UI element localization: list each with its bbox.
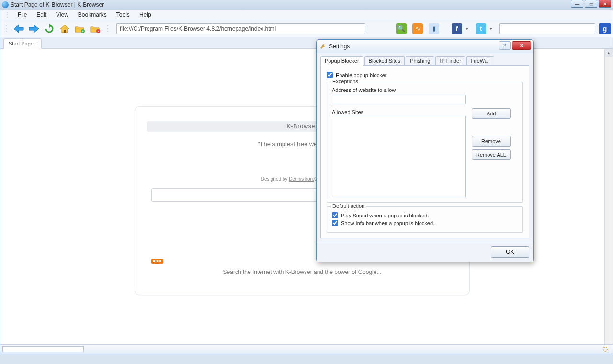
tab-start-page[interactable]: Start Page..: [3, 38, 42, 49]
tab-blocked-sites[interactable]: Blocked Sites: [364, 56, 405, 65]
show-infobar-input[interactable]: [332, 220, 338, 226]
allowed-sites-listbox[interactable]: [332, 116, 466, 197]
enable-popup-blocker-checkbox[interactable]: Enable popup blocker: [327, 72, 523, 78]
svg-rect-4: [64, 30, 66, 33]
bookmark-button[interactable]: ▮: [429, 23, 439, 34]
tab-firewall[interactable]: FireWall: [466, 56, 494, 65]
folder-open-icon: +: [74, 24, 86, 34]
reload-icon: [45, 24, 54, 34]
menu-file[interactable]: File: [13, 11, 32, 19]
back-button[interactable]: [12, 22, 25, 35]
tab-popup-blocker[interactable]: Popup Blocker: [320, 56, 363, 66]
arrow-left-icon: [13, 24, 24, 34]
svg-marker-1: [29, 25, 39, 33]
dialog-footer: OK: [317, 242, 533, 262]
settings-dialog: Settings ? ✕ Popup Blocker Blocked Sites…: [316, 39, 534, 262]
dialog-titlebar[interactable]: Settings ? ✕: [317, 40, 533, 53]
folder-delete-icon: ×: [90, 24, 101, 34]
address-label: Address of website to allow: [332, 87, 518, 93]
window-titlebar: Start Page of K-Browser | K-Browser — ▭ …: [0, 0, 613, 10]
enable-popup-blocker-input[interactable]: [327, 72, 333, 78]
page-footer-text: Search the Internet with K-Browser and t…: [147, 269, 458, 275]
reload-button[interactable]: [43, 22, 56, 35]
arrow-right-icon: [28, 24, 40, 34]
rss-icon: ∿: [415, 25, 420, 32]
progress-bar: [2, 346, 84, 352]
address-bar[interactable]: file:///C:/Program Files/K-Browser 4.8.2…: [116, 23, 365, 34]
magnifier-icon: 🔍: [397, 25, 405, 32]
google-search-button[interactable]: g: [599, 23, 611, 34]
menu-edit[interactable]: Edit: [32, 11, 51, 19]
remove-all-button[interactable]: Remove ALL: [472, 149, 511, 160]
dialog-title: Settings: [329, 43, 350, 50]
search-input[interactable]: [499, 23, 595, 34]
svg-marker-2: [49, 24, 51, 28]
address-text: file:///C:/Program Files/K-Browser 4.8.2…: [120, 25, 276, 32]
play-sound-checkbox[interactable]: Play Sound when a popup is blocked.: [332, 212, 518, 218]
twitter-dropdown[interactable]: ▾: [490, 26, 495, 31]
home-button[interactable]: [58, 22, 71, 35]
exceptions-group: Exceptions Address of website to allow A…: [327, 82, 523, 203]
svg-text:×: ×: [97, 30, 99, 33]
rss-badge[interactable]: RSS: [151, 259, 163, 264]
delete-folder-button[interactable]: ×: [89, 22, 102, 35]
menu-help[interactable]: Help: [135, 11, 156, 19]
designer-link[interactable]: Dennis kon.: [289, 176, 314, 182]
tab-phishing[interactable]: Phishing: [406, 56, 434, 65]
rss-button[interactable]: ∿: [412, 23, 423, 34]
open-folder-button[interactable]: +: [73, 22, 87, 35]
twitter-icon: t: [480, 25, 482, 32]
home-icon: [59, 24, 70, 34]
app-icon: [2, 1, 9, 8]
scroll-up-icon[interactable]: ▲: [605, 49, 613, 57]
default-action-group: Default action Play Sound when a popup i…: [327, 206, 523, 233]
toolbar: ⋮ + × ⋮ file:///C:/Program Files/K-Brows…: [0, 20, 613, 37]
twitter-button[interactable]: t: [476, 23, 486, 34]
maximize-button[interactable]: ▭: [585, 0, 597, 8]
search-button[interactable]: 🔍: [396, 23, 407, 34]
dialog-close-button[interactable]: ✕: [512, 41, 531, 50]
remove-button[interactable]: Remove: [472, 136, 511, 147]
default-action-legend: Default action: [331, 203, 366, 209]
menu-view[interactable]: View: [51, 11, 73, 19]
forward-button[interactable]: [27, 22, 41, 35]
statusbar: 🛡: [0, 344, 613, 354]
wrench-icon: [319, 43, 326, 50]
menu-bookmarks[interactable]: Bookmarks: [73, 11, 112, 19]
svg-text:+: +: [82, 30, 84, 33]
shield-icon: 🛡: [602, 346, 609, 353]
svg-marker-0: [14, 25, 23, 33]
tab-ip-finder[interactable]: IP Finder: [435, 56, 465, 65]
dialog-help-button[interactable]: ?: [499, 41, 511, 50]
tab-label: Start Page..: [9, 41, 36, 46]
window-close-button[interactable]: ✕: [599, 0, 611, 8]
google-icon: g: [603, 25, 607, 33]
bookmark-icon: ▮: [432, 25, 436, 32]
facebook-button[interactable]: f: [452, 23, 462, 34]
minimize-button[interactable]: —: [571, 0, 583, 8]
facebook-icon: f: [456, 25, 458, 32]
menubar: ⋮ File Edit View Bookmarks Tools Help: [0, 10, 613, 20]
add-button[interactable]: Add: [472, 108, 511, 119]
show-infobar-checkbox[interactable]: Show Info bar when a popup is blocked.: [332, 220, 518, 226]
exceptions-legend: Exceptions: [331, 79, 360, 84]
facebook-dropdown[interactable]: ▾: [466, 26, 471, 31]
window-title: Start Page of K-Browser | K-Browser: [11, 1, 104, 8]
allowed-sites-label: Allowed Sites: [332, 109, 466, 115]
ok-button[interactable]: OK: [491, 246, 529, 258]
tab-panel-popup-blocker: Enable popup blocker Exceptions Address …: [320, 66, 529, 238]
menu-tools[interactable]: Tools: [112, 11, 135, 19]
vertical-scrollbar[interactable]: ▲: [604, 49, 613, 344]
dialog-tabs: Popup Blocker Blocked Sites Phishing IP …: [320, 55, 529, 66]
address-input[interactable]: [332, 95, 466, 104]
play-sound-input[interactable]: [332, 212, 338, 218]
